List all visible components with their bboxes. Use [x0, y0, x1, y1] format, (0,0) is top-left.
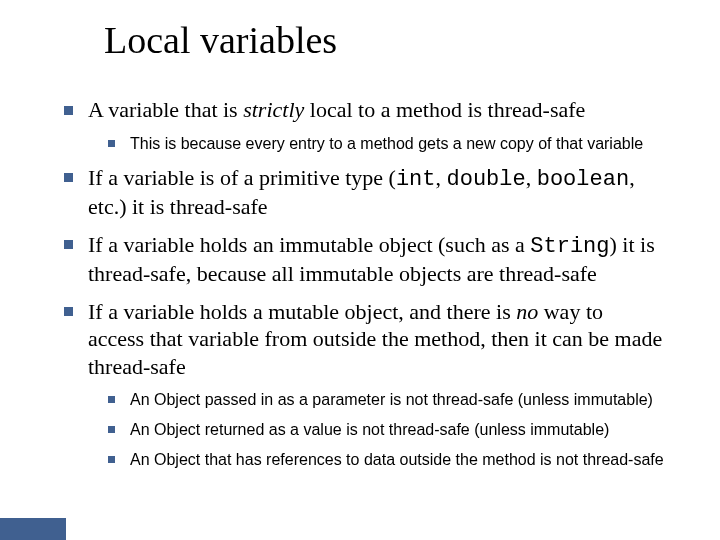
- bullet-item: If a variable holds an immutable object …: [64, 231, 664, 288]
- emphasis: strictly: [243, 97, 304, 122]
- slide-body: A variable that is strictly local to a m…: [64, 96, 664, 480]
- sub-bullet-item: This is because every entry to a method …: [108, 134, 664, 154]
- bullet-item: A variable that is strictly local to a m…: [64, 96, 664, 154]
- text: If a variable holds an immutable object …: [88, 232, 530, 257]
- code-token: String: [530, 234, 609, 259]
- code-token: int: [396, 167, 436, 192]
- slide: Local variables A variable that is stric…: [0, 0, 720, 540]
- bullet-item: If a variable is of a primitive type (in…: [64, 164, 664, 221]
- sub-bullet-item: An Object returned as a value is not thr…: [108, 420, 664, 440]
- text: ,: [526, 165, 537, 190]
- sub-bullet-list: An Object passed in as a parameter is no…: [88, 390, 664, 470]
- text: If a variable holds a mutable object, an…: [88, 299, 516, 324]
- sub-bullet-item: An Object that has references to data ou…: [108, 450, 664, 470]
- bullet-list: A variable that is strictly local to a m…: [64, 96, 664, 470]
- text: A variable that is: [88, 97, 243, 122]
- code-token: boolean: [537, 167, 629, 192]
- bullet-item: If a variable holds a mutable object, an…: [64, 298, 664, 471]
- accent-bar: [0, 518, 66, 540]
- sub-bullet-item: An Object passed in as a parameter is no…: [108, 390, 664, 410]
- sub-bullet-list: This is because every entry to a method …: [88, 134, 664, 154]
- text: ,: [436, 165, 447, 190]
- text: local to a method is thread-safe: [304, 97, 585, 122]
- emphasis: no: [516, 299, 538, 324]
- text: If a variable is of a primitive type (: [88, 165, 396, 190]
- slide-title: Local variables: [104, 18, 337, 62]
- code-token: double: [447, 167, 526, 192]
